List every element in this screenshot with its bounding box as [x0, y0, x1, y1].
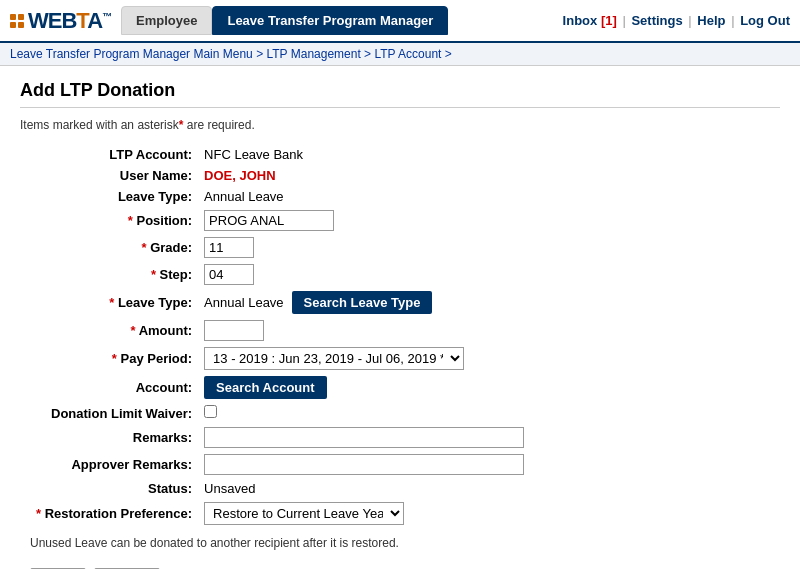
step-label: * Step: [30, 261, 198, 288]
position-input[interactable] [204, 210, 334, 231]
nav-tabs: Employee Leave Transfer Program Manager [121, 6, 563, 35]
user-name-row: User Name: DOE, JOHN [30, 165, 530, 186]
help-link[interactable]: Help [697, 13, 725, 28]
step-row: * Step: [30, 261, 530, 288]
breadcrumb-ltpm[interactable]: Leave Transfer Program Manager Main Menu [10, 47, 253, 61]
pay-period-select[interactable]: 13 - 2019 : Jun 23, 2019 - Jul 06, 2019 … [204, 347, 464, 370]
account-label: Account: [30, 373, 198, 402]
pay-period-row: * Pay Period: 13 - 2019 : Jun 23, 2019 -… [30, 344, 530, 373]
user-name-value: DOE, JOHN [198, 165, 530, 186]
inbox-link[interactable]: Inbox [1] [563, 13, 617, 28]
remarks-row: Remarks: [30, 424, 530, 451]
donation-limit-row: Donation Limit Waiver: [30, 402, 530, 424]
logo-area: WEBTA™ [10, 8, 111, 34]
approver-remarks-input[interactable] [204, 454, 524, 475]
ltp-account-label: LTP Account: [30, 144, 198, 165]
status-label: Status: [30, 478, 198, 499]
leave-type-display-row: Leave Type: Annual Leave [30, 186, 530, 207]
status-row: Status: Unsaved [30, 478, 530, 499]
approver-remarks-row: Approver Remarks: [30, 451, 530, 478]
user-name-label: User Name: [30, 165, 198, 186]
position-cell [198, 207, 530, 234]
position-label: * Position: [30, 207, 198, 234]
ltp-account-value: NFC Leave Bank [198, 144, 530, 165]
leave-type-display-value: Annual Leave [198, 186, 530, 207]
leave-type-edit-row: * Leave Type: Annual Leave Search Leave … [30, 288, 530, 317]
restoration-label: * Restoration Preference: [30, 499, 198, 528]
amount-cell [198, 317, 530, 344]
restoration-row: * Restoration Preference: Restore to Cur… [30, 499, 530, 528]
app-header: WEBTA™ Employee Leave Transfer Program M… [0, 0, 800, 43]
pay-period-cell: 13 - 2019 : Jun 23, 2019 - Jul 06, 2019 … [198, 344, 530, 373]
settings-link[interactable]: Settings [631, 13, 682, 28]
leave-type-edit-cell: Annual Leave Search Leave Type [198, 288, 530, 317]
breadcrumb-ltp-management[interactable]: LTP Management [266, 47, 360, 61]
step-cell [198, 261, 530, 288]
approver-remarks-cell [198, 451, 530, 478]
donation-limit-cell [198, 402, 530, 424]
inbox-badge: [1] [601, 13, 617, 28]
restoration-select[interactable]: Restore to Current Leave Year [204, 502, 404, 525]
grade-cell [198, 234, 530, 261]
grade-label: * Grade: [30, 234, 198, 261]
required-note: Items marked with an asterisk* are requi… [20, 118, 780, 132]
logout-link[interactable]: Log Out [740, 13, 790, 28]
logo-dots [10, 14, 24, 28]
breadcrumb: Leave Transfer Program Manager Main Menu… [0, 43, 800, 66]
account-row: Account: Search Account [30, 373, 530, 402]
main-content: Add LTP Donation Items marked with an as… [0, 66, 800, 569]
status-value: Unsaved [198, 478, 530, 499]
search-account-button[interactable]: Search Account [204, 376, 327, 399]
ltp-account-row: LTP Account: NFC Leave Bank [30, 144, 530, 165]
bottom-note: Unused Leave can be donated to another r… [30, 536, 780, 550]
amount-row: * Amount: [30, 317, 530, 344]
grade-row: * Grade: [30, 234, 530, 261]
leave-type-display-label: Leave Type: [30, 186, 198, 207]
tab-ltpm[interactable]: Leave Transfer Program Manager [212, 6, 448, 35]
form-table: LTP Account: NFC Leave Bank User Name: D… [30, 144, 530, 528]
donation-limit-checkbox[interactable] [204, 405, 217, 418]
pay-period-label: * Pay Period: [30, 344, 198, 373]
page-title: Add LTP Donation [20, 80, 780, 108]
tm-symbol: ™ [102, 10, 111, 21]
leave-type-edit-label: * Leave Type: [30, 288, 198, 317]
account-cell: Search Account [198, 373, 530, 402]
tab-employee[interactable]: Employee [121, 6, 212, 35]
search-leave-type-button[interactable]: Search Leave Type [292, 291, 433, 314]
remarks-label: Remarks: [30, 424, 198, 451]
approver-remarks-label: Approver Remarks: [30, 451, 198, 478]
header-links: Inbox [1] | Settings | Help | Log Out [563, 13, 790, 28]
logo: WEBTA™ [28, 8, 111, 34]
amount-label: * Amount: [30, 317, 198, 344]
step-input[interactable] [204, 264, 254, 285]
breadcrumb-ltp-account[interactable]: LTP Account [374, 47, 441, 61]
leave-type-edit-value: Annual Leave [204, 295, 284, 310]
position-row: * Position: [30, 207, 530, 234]
amount-input[interactable] [204, 320, 264, 341]
donation-limit-label: Donation Limit Waiver: [30, 402, 198, 424]
grade-input[interactable] [204, 237, 254, 258]
remarks-input[interactable] [204, 427, 524, 448]
remarks-cell [198, 424, 530, 451]
restoration-cell: Restore to Current Leave Year [198, 499, 530, 528]
